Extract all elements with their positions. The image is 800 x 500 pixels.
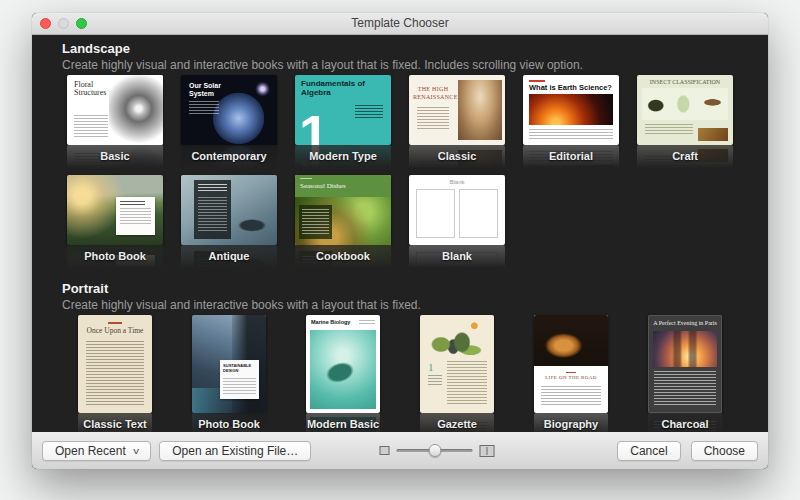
blank-placeholder-right: [459, 189, 498, 238]
cover-text-lines: [302, 209, 329, 235]
cover-title: Seasonal Dishes: [300, 182, 346, 190]
template-modern-type[interactable]: Fundamentals of Algebra 1 Fundamentals o…: [286, 75, 400, 175]
cover-insect-illustration: [642, 170, 728, 173]
template-classic-thumbnail: THE HIGH RENAISSANCE: [409, 75, 505, 145]
template-classic-text-thumbnail: Once Upon a Time: [78, 315, 152, 413]
open-recent-popup[interactable]: Open Recent v: [42, 441, 151, 461]
portrait-row: Once Upon a Time Once Upon a Time Classi…: [32, 315, 768, 432]
small-thumbnails-icon: [379, 446, 389, 455]
cover-title: Once Upon a Time: [78, 326, 152, 335]
cover-text-lines: [447, 361, 487, 405]
template-basic[interactable]: Floral Structures Floral Structures Basi…: [58, 75, 172, 175]
template-chooser-window: Template Chooser Landscape Create highly…: [32, 13, 768, 469]
template-modern-basic[interactable]: Marine Biology Marine Biology Modern Bas…: [286, 315, 400, 432]
titlebar[interactable]: Template Chooser: [32, 13, 768, 35]
landscape-section-title: Landscape: [62, 41, 738, 56]
cover-flower-photo: [109, 75, 163, 145]
large-thumbnails-icon: [479, 445, 494, 457]
template-photo-book-portrait[interactable]: SUSTAINABLE DESIGN SUSTAINABLE DESIGN Ph…: [172, 315, 286, 432]
cover-title: INSECT CLASSIFICATION: [637, 79, 733, 85]
template-basic-thumbnail: Floral Structures: [67, 75, 163, 145]
template-gallery: Landscape Create highly visual and inter…: [32, 35, 768, 432]
cover-text-lines: [74, 115, 108, 137]
cover-title: Floral Structures: [74, 81, 114, 97]
window-title: Template Chooser: [32, 13, 768, 34]
slider-knob[interactable]: [428, 444, 441, 457]
template-cookbook[interactable]: Seasonal Dishes Seasonal Dishes Cookbook: [286, 175, 400, 275]
landscape-row-2: Photo Book Antique: [32, 175, 768, 275]
chevron-down-icon: v: [133, 446, 139, 456]
open-existing-file-button[interactable]: Open an Existing File…: [159, 441, 311, 461]
template-cookbook-thumbnail: Seasonal Dishes: [295, 175, 391, 245]
cover-title: A Perfect Evening in Paris: [648, 320, 722, 326]
thumbnail-size-slider[interactable]: [396, 444, 472, 457]
template-editorial[interactable]: What is Earth Science? What is Earth Sci…: [514, 75, 628, 175]
cover-caption-lines: [428, 375, 442, 385]
template-name: Charcoal: [616, 418, 754, 430]
cancel-button[interactable]: Cancel: [617, 441, 680, 461]
cover-number: 1: [428, 361, 434, 373]
cover-title: Blank: [409, 179, 505, 185]
cover-text-lines: [355, 105, 383, 119]
template-classic-text[interactable]: Once Upon a Time Once Upon a Time Classi…: [58, 315, 172, 432]
cover-title: SUSTAINABLE DESIGN: [223, 364, 256, 374]
cover-turtle-photo: [310, 330, 376, 409]
cover-volcano-photo: [529, 94, 613, 125]
cover-title: Fundamentals of Algebra: [301, 80, 373, 98]
template-biography[interactable]: LIFE ON THE ROAD LIFE ON THE ROAD Biogra…: [514, 315, 628, 432]
template-craft-thumbnail: INSECT CLASSIFICATION: [637, 75, 733, 145]
open-recent-label: Open Recent: [55, 444, 126, 458]
template-photo-book-landscape[interactable]: Photo Book: [58, 175, 172, 275]
template-contemporary[interactable]: Our Solar System Our Solar System Contem…: [172, 75, 286, 175]
footer-bar: Open Recent v Open an Existing File… Can…: [32, 432, 768, 469]
cover-text-lines: [654, 371, 716, 407]
template-antique[interactable]: Antique: [172, 175, 286, 275]
cover-text-lines: [198, 197, 227, 231]
template-name: Craft: [616, 150, 754, 162]
template-blank[interactable]: Blank Blank Blank: [400, 175, 514, 275]
cover-kicker: [300, 178, 312, 179]
cover-text-lines: [541, 386, 601, 408]
cover-text-lines: [120, 208, 152, 226]
cover-insect-illustration: [642, 88, 728, 120]
template-craft[interactable]: INSECT CLASSIFICATION INSECT CLASSIFICAT…: [628, 75, 742, 175]
cover-ornament: [566, 372, 576, 373]
template-gazette[interactable]: 1 1 Gazette: [400, 315, 514, 432]
cover-title: LIFE ON THE ROAD: [534, 375, 608, 380]
template-photo-book-thumbnail: [67, 175, 163, 245]
portrait-section-header: Portrait Create highly visual and intera…: [32, 275, 768, 315]
cover-text-lines: [189, 101, 219, 114]
cover-text-lines: [223, 431, 256, 432]
cover-text-lines: [359, 320, 375, 326]
landscape-section-subtitle: Create highly visual and interactive boo…: [62, 58, 738, 72]
open-existing-file-label: Open an Existing File…: [172, 444, 298, 458]
portrait-section-subtitle: Create highly visual and interactive boo…: [62, 298, 738, 312]
cover-text-lines: [86, 341, 144, 405]
cover-guitar-photo: [534, 315, 608, 366]
cover-text-lines: [529, 129, 613, 140]
template-classic[interactable]: THE HIGH RENAISSANCE THE HIGH RENAISSANC…: [400, 75, 514, 175]
cover-village-illustration: [426, 320, 488, 356]
cover-ornament: [108, 322, 122, 324]
template-contemporary-thumbnail: Our Solar System: [181, 75, 277, 145]
cover-text-lines: [120, 264, 152, 273]
cover-number: 1: [299, 107, 329, 145]
portrait-section-title: Portrait: [62, 281, 738, 296]
cover-painting: [458, 80, 502, 140]
landscape-section-header: Landscape Create highly visual and inter…: [32, 35, 768, 75]
template-editorial-thumbnail: What is Earth Science?: [523, 75, 619, 145]
cover-title: Our Solar System: [189, 82, 233, 97]
cover-photo-strip: [698, 128, 728, 141]
turtle-silhouette: [324, 359, 356, 386]
template-blank-thumbnail: Blank: [409, 175, 505, 245]
cover-title: Marine Biology: [311, 319, 350, 325]
template-charcoal[interactable]: A Perfect Evening in Paris A Perfect Eve…: [628, 315, 742, 432]
template-gazette-thumbnail: 1: [420, 315, 494, 413]
blank-placeholder-left: [416, 189, 455, 238]
cover-volcano-photo: [529, 165, 613, 173]
template-biography-thumbnail: LIFE ON THE ROAD: [534, 315, 608, 413]
template-name: Blank: [388, 250, 526, 262]
template-antique-thumbnail: [181, 175, 277, 245]
choose-button[interactable]: Choose: [691, 441, 758, 461]
template-modern-basic-thumbnail: Marine Biology: [306, 315, 380, 413]
